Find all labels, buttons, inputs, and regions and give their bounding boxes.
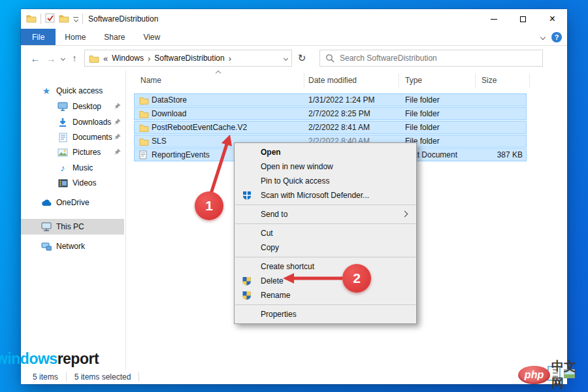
pin-icon xyxy=(113,233,121,241)
menu-item-open[interactable]: Open xyxy=(235,145,416,159)
column-divider[interactable] xyxy=(529,73,530,88)
item-count: 5 items xyxy=(33,372,58,382)
menu-item-scan-with-defender[interactable]: Scan with Microsoft Defender... xyxy=(235,188,416,203)
close-button[interactable]: × xyxy=(538,9,567,29)
column-header-size[interactable]: Size xyxy=(482,72,497,89)
sidebar-label: Videos xyxy=(73,178,96,188)
breadcrumb-chevrons[interactable]: « xyxy=(103,54,108,63)
sidebar-label: Documents xyxy=(73,133,112,142)
file-type: File folder xyxy=(405,108,440,120)
window-controls: × xyxy=(479,9,567,29)
address-breadcrumb[interactable]: « Windows › SoftwareDistribution › xyxy=(84,50,292,67)
php-logo-oval: php xyxy=(518,366,550,384)
network-icon xyxy=(41,241,52,252)
file-date: 2/7/2022 8:25 PM xyxy=(308,108,370,120)
pin-icon xyxy=(114,133,121,140)
file-type: File folder xyxy=(405,94,440,106)
tab-share[interactable]: Share xyxy=(95,29,134,45)
sidebar-label: Quick access xyxy=(56,86,103,95)
file-row-download[interactable]: Download 2/7/2022 8:25 PM File folder xyxy=(134,107,527,120)
documents-icon xyxy=(57,132,68,142)
forward-button[interactable]: → xyxy=(43,53,59,64)
windowsreport-logo: windowsreport xyxy=(0,350,99,368)
new-folder-icon[interactable] xyxy=(59,14,69,25)
search-box[interactable] xyxy=(319,50,543,67)
menu-item-create-shortcut[interactable]: Create shortcut xyxy=(235,259,416,274)
ribbon-tabs: File Home Share View ? xyxy=(21,29,567,46)
sidebar-item-downloads[interactable]: Downloads xyxy=(57,114,111,130)
context-menu: Open Open in new window Pin to Quick acc… xyxy=(234,142,417,324)
file-size xyxy=(461,135,523,147)
tab-view[interactable]: View xyxy=(134,29,169,45)
sidebar-item-desktop[interactable]: Desktop xyxy=(57,99,101,114)
menu-item-open-in-new-window[interactable]: Open in new window xyxy=(235,159,416,174)
this-pc-icon xyxy=(41,221,52,232)
explorer-folder-icon[interactable] xyxy=(26,14,37,25)
file-date: 2/2/2022 8:41 AM xyxy=(308,122,370,133)
search-icon xyxy=(325,54,335,63)
sidebar-item-documents[interactable]: Documents xyxy=(57,129,112,145)
menu-label: Delete xyxy=(261,276,284,286)
close-icon: × xyxy=(549,14,555,24)
refresh-button[interactable]: ↻ xyxy=(292,50,312,67)
menu-item-properties[interactable]: Properties xyxy=(235,307,416,321)
address-dropdown-icon[interactable] xyxy=(284,56,288,60)
back-button[interactable]: ← xyxy=(27,53,43,64)
file-size xyxy=(461,94,523,106)
menu-separator xyxy=(235,257,416,257)
breadcrumb-separator: › xyxy=(229,54,231,63)
search-input[interactable] xyxy=(340,54,537,63)
sidebar-item-network[interactable]: Network xyxy=(41,238,85,254)
column-divider[interactable] xyxy=(304,73,304,88)
tab-file[interactable]: File xyxy=(21,29,56,45)
breadcrumb-separator: › xyxy=(148,54,150,63)
menu-label: Send to xyxy=(261,210,287,219)
sidebar-item-pictures[interactable]: Pictures xyxy=(57,144,101,160)
sidebar-item-onedrive[interactable]: OneDrive xyxy=(41,195,90,210)
menu-item-copy[interactable]: Copy xyxy=(235,240,416,255)
menu-separator xyxy=(235,304,416,305)
breadcrumb-softwaredistribution[interactable]: SoftwareDistribution xyxy=(154,54,224,63)
file-row-postrebooteventcache[interactable]: PostRebootEventCache.V2 2/2/2022 8:41 AM… xyxy=(134,121,527,134)
sidebar-item-this-pc[interactable]: This PC xyxy=(41,219,84,235)
recent-locations-icon[interactable] xyxy=(61,56,65,60)
customize-toolbar-icon[interactable] xyxy=(73,17,78,22)
breadcrumb-windows[interactable]: Windows xyxy=(112,54,144,63)
folder-icon xyxy=(139,108,149,120)
properties-check-icon[interactable] xyxy=(45,13,55,25)
file-size xyxy=(461,122,523,133)
uac-shield-icon xyxy=(242,276,252,286)
column-divider[interactable] xyxy=(399,73,399,88)
collapse-ribbon-icon[interactable] xyxy=(540,35,546,40)
menu-item-send-to[interactable]: Send to xyxy=(235,207,416,221)
submenu-arrow-icon xyxy=(402,211,408,218)
maximize-button[interactable] xyxy=(508,9,538,29)
column-header-name[interactable]: Name xyxy=(140,72,161,89)
menu-item-cut[interactable]: Cut xyxy=(235,226,416,240)
tab-home[interactable]: Home xyxy=(56,29,95,45)
pictures-icon xyxy=(57,147,68,157)
uac-shield-icon xyxy=(242,290,252,301)
minimize-button[interactable] xyxy=(479,9,508,29)
menu-label: Scan with Microsoft Defender... xyxy=(261,191,369,200)
selected-count: 5 items selected xyxy=(74,372,131,382)
menu-item-rename[interactable]: Rename xyxy=(235,288,416,302)
sidebar-item-videos[interactable]: Videos xyxy=(57,175,96,191)
address-bar-row: ← → ↑ « Windows › SoftwareDistribution ›… xyxy=(21,46,567,71)
sidebar-item-quick-access[interactable]: ★ Quick access xyxy=(41,83,103,99)
sidebar-item-music[interactable]: ♪ Music xyxy=(57,160,93,176)
column-header-type[interactable]: Type xyxy=(405,72,422,89)
onedrive-cloud-icon xyxy=(41,197,52,208)
sidebar-label: OneDrive xyxy=(56,198,90,207)
menu-item-pin-to-quick-access[interactable]: Pin to Quick access xyxy=(235,174,416,188)
menu-item-delete[interactable]: Delete xyxy=(235,274,416,288)
file-row-datastore[interactable]: DataStore 1/31/2022 1:24 PM File folder xyxy=(134,93,527,106)
help-icon[interactable]: ? xyxy=(551,32,562,42)
php-cn-logo: php 中文网 xyxy=(518,358,588,392)
folder-icon xyxy=(89,54,99,63)
status-bar: 5 items 5 items selected xyxy=(21,369,567,384)
up-button[interactable]: ↑ xyxy=(67,53,82,63)
column-header-date-modified[interactable]: Date modified xyxy=(308,72,357,89)
column-divider[interactable] xyxy=(475,73,476,88)
sidebar-label: Downloads xyxy=(73,118,111,127)
